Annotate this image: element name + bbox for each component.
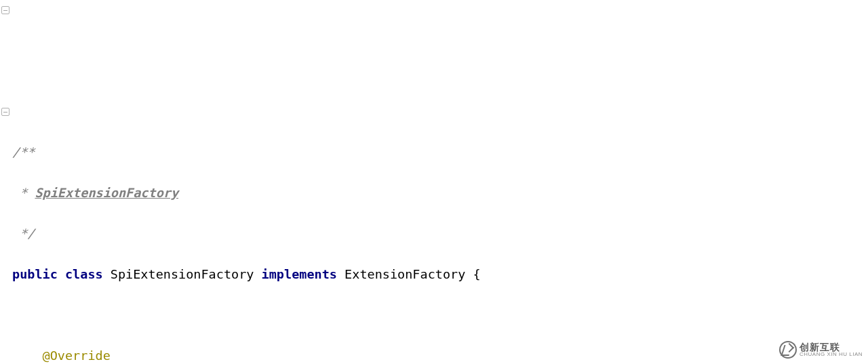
javadoc-text: SpiExtensionFactory	[35, 186, 178, 200]
watermark: 创新互联 CHUANG XIN HU LIAN	[779, 341, 863, 359]
keyword-implements: implements	[262, 267, 337, 281]
code-line[interactable]: * SpiExtensionFactory	[0, 183, 868, 203]
code-line[interactable]: /**	[0, 142, 868, 163]
code-editor[interactable]: /** * SpiExtensionFactory */ public clas…	[0, 122, 868, 364]
brace: {	[465, 267, 480, 281]
interface-name: ExtensionFactory	[344, 267, 465, 281]
class-name: SpiExtensionFactory	[111, 267, 254, 281]
code-line[interactable]	[0, 305, 868, 325]
javadoc-open: /**	[12, 145, 35, 159]
keyword-class: class	[65, 267, 103, 281]
code-line[interactable]: @Override	[0, 346, 868, 364]
fold-icon[interactable]: –	[1, 108, 9, 116]
javadoc-close: */	[12, 226, 35, 241]
javadoc-star: *	[12, 186, 35, 200]
fold-icon[interactable]: –	[1, 6, 9, 14]
watermark-text-en: CHUANG XIN HU LIAN	[800, 352, 863, 357]
code-line[interactable]: */	[0, 224, 868, 244]
annotation-override: @Override	[43, 348, 111, 363]
code-line[interactable]: public class SpiExtensionFactory impleme…	[0, 264, 868, 285]
watermark-text-cn: 创新互联	[800, 342, 863, 352]
watermark-logo-icon	[779, 341, 797, 359]
keyword-public: public	[12, 267, 58, 281]
